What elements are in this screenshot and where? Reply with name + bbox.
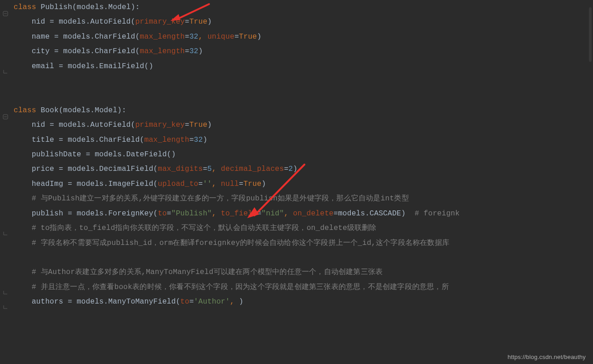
fold-end-icon[interactable] xyxy=(3,305,8,311)
code-area[interactable]: class Publish(models.Model): nid = model… xyxy=(0,0,593,309)
fold-minus-icon[interactable] xyxy=(3,114,8,120)
fold-end-icon[interactable] xyxy=(3,70,8,75)
fold-minus-icon[interactable] xyxy=(3,11,8,16)
fold-end-icon[interactable] xyxy=(3,291,8,296)
scrollbar-stub[interactable] xyxy=(589,7,592,62)
code-editor[interactable]: class Publish(models.Model): nid = model… xyxy=(0,0,593,364)
fold-end-icon[interactable] xyxy=(3,232,8,237)
watermark: https://blog.csdn.net/beauthy xyxy=(508,354,586,360)
gutter xyxy=(0,0,10,364)
